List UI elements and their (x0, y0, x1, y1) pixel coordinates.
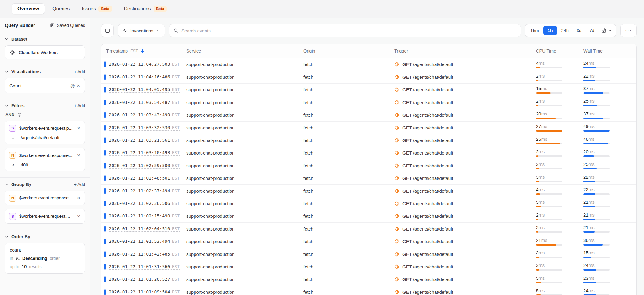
timestamp-cell[interactable]: 2026-01-22 11:03:54:487EST (101, 100, 186, 105)
timestamp-cell[interactable]: 2026-01-22 11:01:42:485EST (101, 251, 186, 257)
timezone-label: EST (172, 75, 180, 79)
workers-trigger-icon (394, 87, 399, 92)
timestamp-cell[interactable]: 2026-01-22 11:02:37:494EST (101, 188, 186, 194)
table-row[interactable]: 2026-01-22 11:03:54:487ESTsupport-chat-p… (101, 96, 636, 108)
timestamp-cell[interactable]: 2026-01-22 11:04:16:486EST (101, 74, 186, 80)
table-row[interactable]: 2026-01-22 11:03:32:530ESTsupport-chat-p… (101, 121, 636, 134)
event-indicator-bar (104, 226, 106, 232)
trigger-value: GET /agents/chat/default (402, 264, 453, 269)
workers-trigger-icon (394, 277, 399, 282)
time-range-24h[interactable]: 24h (558, 26, 572, 35)
group-by-section-toggle[interactable]: Group By (5, 182, 31, 187)
timestamp-cell[interactable]: 2026-01-22 11:03:43:490EST (101, 112, 186, 118)
remove-group-by-button[interactable]: × (77, 195, 81, 201)
saved-queries-button[interactable]: Saved Queries (50, 23, 85, 28)
timestamp-cell[interactable]: 2026-01-22 11:03:32:530EST (101, 125, 186, 131)
wall-time-column-header[interactable]: Wall Time (583, 49, 636, 53)
table-row[interactable]: 2026-01-22 11:01:09:504ESTsupport-chat-p… (101, 286, 636, 295)
visualization-count-card[interactable]: Count @ × (5, 78, 85, 93)
dataset-section-toggle[interactable]: Dataset (5, 37, 27, 42)
timestamp-cell[interactable]: 2026-01-22 11:02:26:506EST (101, 201, 186, 206)
time-range-3d[interactable]: 3d (573, 26, 585, 35)
order-by-section-toggle[interactable]: Order By (5, 234, 30, 239)
tab-queries[interactable]: Queries (48, 3, 74, 14)
filters-section-toggle[interactable]: Filters (5, 103, 25, 108)
table-rows: 2026-01-22 11:04:27:503ESTsupport-chat-p… (101, 58, 636, 295)
order-by-card[interactable]: count in Descending order up to 10 resul… (5, 243, 85, 274)
service-column-header[interactable]: Service (186, 49, 303, 53)
wall-time-bar (583, 168, 610, 169)
table-row[interactable]: 2026-01-22 11:04:05:495ESTsupport-chat-p… (101, 83, 636, 96)
cpu-time-cell: 5ms (536, 288, 583, 295)
visualizations-section-toggle[interactable]: Visualizations (5, 69, 41, 74)
trigger-column-header[interactable]: Trigger (394, 49, 536, 53)
table-row[interactable]: 2026-01-22 11:02:04:510ESTsupport-chat-p… (101, 222, 636, 235)
search-events-input[interactable] (181, 28, 516, 33)
timestamp-cell[interactable]: 2026-01-22 11:03:21:561EST (101, 137, 186, 143)
at-icon[interactable]: @ (69, 83, 76, 88)
timestamp-cell[interactable]: 2026-01-22 11:01:09:504EST (101, 289, 186, 295)
tab-destinations[interactable]: Destinations Beta (120, 3, 171, 15)
timestamp-cell[interactable]: 2026-01-22 11:01:53:494EST (101, 239, 186, 244)
table-row[interactable]: 2026-01-22 11:04:27:503ESTsupport-chat-p… (101, 58, 636, 71)
order-direction[interactable]: Descending (22, 256, 47, 261)
timestamp-cell[interactable]: 2026-01-22 11:04:05:495EST (101, 87, 186, 93)
table-row[interactable]: 2026-01-22 11:04:16:486ESTsupport-chat-p… (101, 71, 636, 83)
filter-operator[interactable]: = (10, 135, 16, 140)
custom-date-range-button[interactable] (599, 26, 614, 35)
timestamp-cell[interactable]: 2026-01-22 11:04:27:503EST (101, 61, 186, 67)
visualizations-add-button[interactable]: + Add (74, 69, 85, 74)
dataset-select[interactable]: Cloudflare Workers (5, 45, 85, 59)
timestamp-cell[interactable]: 2026-01-22 11:02:04:510EST (101, 226, 186, 232)
toggle-sidebar-button[interactable] (101, 24, 114, 37)
timestamp-cell[interactable]: 2026-01-22 11:01:31:566EST (101, 264, 186, 270)
timestamp-column-header[interactable]: Timestamp EST (101, 49, 186, 53)
timestamp-cell[interactable]: 2026-01-22 11:02:15:490EST (101, 213, 186, 219)
cpu-time-column-header[interactable]: CPU Time (536, 49, 583, 53)
remove-visualization-button[interactable]: × (76, 83, 80, 88)
filter-value[interactable]: /agents/chat/default (21, 135, 59, 140)
time-range-15m[interactable]: 15m (527, 26, 542, 35)
group-by-item[interactable]: N $workers.event.response... × (5, 191, 85, 205)
events-table: Timestamp EST Service Origin Trigger CPU… (101, 44, 637, 295)
group-by-item[interactable]: S $workers.event.request.... × (5, 209, 85, 224)
filter-value[interactable]: 400 (21, 162, 28, 167)
timestamp-cell[interactable]: 2026-01-22 11:02:48:501EST (101, 175, 186, 181)
table-row[interactable]: 2026-01-22 11:03:21:561ESTsupport-chat-p… (101, 134, 636, 146)
table-row[interactable]: 2026-01-22 11:03:10:493ESTsupport-chat-p… (101, 147, 636, 159)
table-row[interactable]: 2026-01-22 11:01:31:566ESTsupport-chat-p… (101, 260, 636, 273)
remove-group-by-button[interactable]: × (77, 214, 81, 219)
origin-column-header[interactable]: Origin (303, 49, 394, 53)
timestamp-cell[interactable]: 2026-01-22 11:03:10:493EST (101, 150, 186, 156)
table-row[interactable]: 2026-01-22 11:03:43:490ESTsupport-chat-p… (101, 109, 636, 121)
table-row[interactable]: 2026-01-22 11:02:37:494ESTsupport-chat-p… (101, 184, 636, 197)
timestamp-cell[interactable]: 2026-01-22 11:02:59:500EST (101, 163, 186, 169)
table-row[interactable]: 2026-01-22 11:01:20:527ESTsupport-chat-p… (101, 273, 636, 286)
table-row[interactable]: 2026-01-22 11:02:59:500ESTsupport-chat-p… (101, 159, 636, 172)
time-range-1h[interactable]: 1h (543, 26, 557, 35)
service-cell: support-chat-production (186, 188, 303, 194)
filters-section: Filters + Add AND S $workers.event.reque… (0, 99, 90, 178)
table-row[interactable]: 2026-01-22 11:02:26:506ESTsupport-chat-p… (101, 197, 636, 209)
table-row[interactable]: 2026-01-22 11:01:53:494ESTsupport-chat-p… (101, 235, 636, 247)
filters-add-button[interactable]: + Add (74, 103, 85, 108)
event-type-dropdown[interactable]: Invocations (118, 24, 165, 37)
event-indicator-bar (104, 112, 106, 118)
time-range-7d[interactable]: 7d (586, 26, 598, 35)
tab-issues[interactable]: Issues Beta (77, 3, 116, 15)
tab-overview[interactable]: Overview (12, 3, 45, 14)
filter-item[interactable]: N $workers.event.response.... × ≥ 400 (5, 148, 85, 171)
filter-operator[interactable]: ≥ (10, 162, 16, 167)
trigger-cell: GET /agents/chat/default (394, 201, 536, 206)
remove-filter-button[interactable]: × (77, 153, 81, 158)
more-options-button[interactable]: ··· (620, 24, 637, 37)
table-row[interactable]: 2026-01-22 11:02:48:501ESTsupport-chat-p… (101, 172, 636, 184)
order-limit[interactable]: 10 (22, 264, 27, 269)
service-cell: support-chat-production (186, 239, 303, 244)
remove-filter-button[interactable]: × (77, 126, 81, 131)
group-by-add-button[interactable]: + Add (74, 182, 85, 187)
filter-item[interactable]: S $workers.event.request.p... × = /agent… (5, 121, 85, 144)
table-row[interactable]: 2026-01-22 11:02:15:490ESTsupport-chat-p… (101, 210, 636, 222)
table-row[interactable]: 2026-01-22 11:01:42:485ESTsupport-chat-p… (101, 248, 636, 260)
timestamp-cell[interactable]: 2026-01-22 11:01:20:527EST (101, 276, 186, 282)
